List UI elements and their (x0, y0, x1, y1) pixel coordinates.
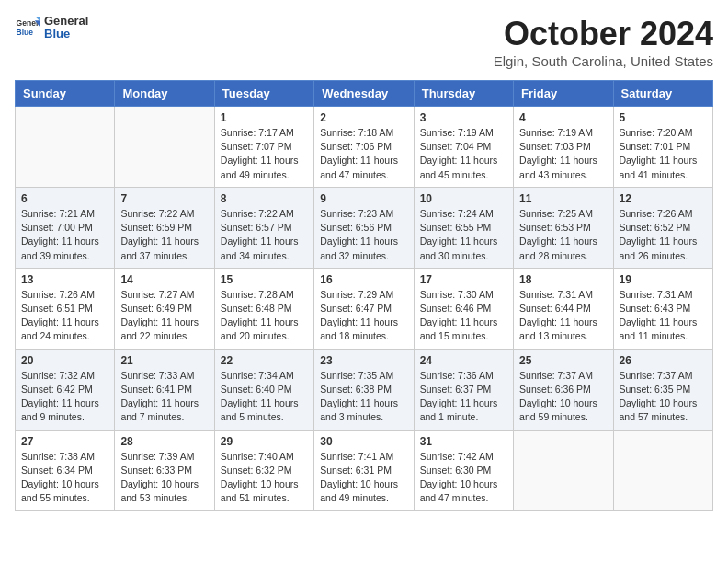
calendar-location: Elgin, South Carolina, United States (494, 53, 713, 69)
sunset-text: Sunset: 6:37 PM (420, 384, 492, 395)
title-block: October 2024 Elgin, South Carolina, Unit… (494, 15, 713, 69)
sunrise-text: Sunrise: 7:28 AM (221, 289, 294, 300)
day-number: 15 (221, 273, 308, 286)
daylight-text: Daylight: 10 hours and 53 minutes. (120, 478, 199, 503)
day-info: Sunrise: 7:35 AMSunset: 6:38 PMDaylight:… (320, 369, 407, 425)
daylight-text: Daylight: 11 hours and 49 minutes. (221, 155, 299, 179)
calendar-cell-w2-d5: 10Sunrise: 7:24 AMSunset: 6:55 PMDayligh… (414, 187, 513, 268)
sunrise-text: Sunrise: 7:37 AM (519, 370, 593, 381)
day-info: Sunrise: 7:22 AMSunset: 6:59 PMDaylight:… (120, 207, 208, 263)
day-number: 22 (221, 354, 308, 367)
day-info: Sunrise: 7:19 AMSunset: 7:03 PMDaylight:… (519, 126, 607, 182)
day-info: Sunrise: 7:36 AMSunset: 6:37 PMDaylight:… (420, 369, 507, 425)
sunrise-text: Sunrise: 7:26 AM (21, 289, 95, 300)
day-number: 21 (120, 354, 208, 367)
day-info: Sunrise: 7:37 AMSunset: 6:35 PMDaylight:… (620, 369, 707, 425)
day-info: Sunrise: 7:31 AMSunset: 6:43 PMDaylight:… (620, 288, 707, 344)
daylight-text: Daylight: 11 hours and 18 minutes. (320, 316, 398, 341)
calendar-cell-w1-d4: 2Sunrise: 7:18 AMSunset: 7:06 PMDaylight… (314, 107, 414, 188)
calendar-cell-w3-d3: 15Sunrise: 7:28 AMSunset: 6:48 PMDayligh… (214, 268, 313, 349)
day-number: 12 (620, 192, 707, 205)
sunrise-text: Sunrise: 7:22 AM (221, 208, 294, 219)
logo-text: General Blue (44, 15, 88, 41)
sunset-text: Sunset: 6:31 PM (320, 465, 392, 476)
sunset-text: Sunset: 6:57 PM (221, 222, 292, 233)
sunset-text: Sunset: 6:49 PM (120, 303, 192, 314)
sunset-text: Sunset: 6:30 PM (420, 465, 492, 476)
day-number: 14 (120, 273, 208, 286)
sunrise-text: Sunrise: 7:35 AM (320, 370, 393, 381)
calendar-cell-w2-d4: 9Sunrise: 7:23 AMSunset: 6:56 PMDaylight… (314, 187, 414, 268)
calendar-week-4: 20Sunrise: 7:32 AMSunset: 6:42 PMDayligh… (16, 349, 713, 430)
sunrise-text: Sunrise: 7:27 AM (120, 289, 194, 300)
calendar-cell-w4-d7: 26Sunrise: 7:37 AMSunset: 6:35 PMDayligh… (613, 349, 712, 430)
sunrise-text: Sunrise: 7:19 AM (519, 127, 593, 138)
daylight-text: Daylight: 11 hours and 9 minutes. (21, 397, 99, 422)
sunrise-text: Sunrise: 7:34 AM (221, 370, 294, 381)
calendar-week-3: 13Sunrise: 7:26 AMSunset: 6:51 PMDayligh… (16, 268, 713, 349)
day-number: 9 (320, 192, 407, 205)
calendar-cell-w5-d5: 31Sunrise: 7:42 AMSunset: 6:30 PMDayligh… (414, 430, 513, 511)
sunrise-text: Sunrise: 7:41 AM (320, 451, 393, 462)
day-info: Sunrise: 7:31 AMSunset: 6:44 PMDaylight:… (519, 288, 607, 344)
calendar-header-row: Sunday Monday Tuesday Wednesday Thursday… (16, 81, 713, 107)
calendar-week-2: 6Sunrise: 7:21 AMSunset: 7:00 PMDaylight… (16, 187, 713, 268)
sunset-text: Sunset: 7:00 PM (21, 222, 93, 233)
sunset-text: Sunset: 6:33 PM (120, 465, 192, 476)
day-number: 1 (221, 111, 308, 124)
sunset-text: Sunset: 6:59 PM (120, 222, 192, 233)
sunrise-text: Sunrise: 7:37 AM (620, 370, 693, 381)
col-tuesday: Tuesday (214, 81, 313, 107)
sunset-text: Sunset: 7:03 PM (519, 141, 591, 152)
day-info: Sunrise: 7:25 AMSunset: 6:53 PMDaylight:… (519, 207, 607, 263)
day-number: 11 (519, 192, 607, 205)
day-number: 8 (221, 192, 308, 205)
calendar-cell-w1-d3: 1Sunrise: 7:17 AMSunset: 7:07 PMDaylight… (214, 107, 313, 188)
calendar-cell-w1-d7: 5Sunrise: 7:20 AMSunset: 7:01 PMDaylight… (613, 107, 712, 188)
day-info: Sunrise: 7:41 AMSunset: 6:31 PMDaylight:… (320, 450, 407, 506)
logo: General Blue General Blue (15, 15, 88, 41)
daylight-text: Daylight: 11 hours and 3 minutes. (320, 397, 398, 422)
sunset-text: Sunset: 6:35 PM (620, 384, 691, 395)
day-number: 28 (120, 435, 208, 448)
daylight-text: Daylight: 11 hours and 37 minutes. (120, 236, 199, 260)
calendar-cell-w5-d6 (514, 430, 613, 511)
calendar-cell-w2-d1: 6Sunrise: 7:21 AMSunset: 7:00 PMDaylight… (16, 187, 115, 268)
day-number: 25 (519, 354, 607, 367)
calendar-cell-w5-d3: 29Sunrise: 7:40 AMSunset: 6:32 PMDayligh… (214, 430, 313, 511)
day-info: Sunrise: 7:29 AMSunset: 6:47 PMDaylight:… (320, 288, 407, 344)
daylight-text: Daylight: 11 hours and 43 minutes. (519, 155, 597, 179)
day-number: 10 (420, 192, 507, 205)
daylight-text: Daylight: 11 hours and 30 minutes. (420, 236, 498, 260)
sunset-text: Sunset: 6:56 PM (320, 222, 392, 233)
day-number: 29 (221, 435, 308, 448)
daylight-text: Daylight: 11 hours and 7 minutes. (120, 397, 199, 422)
day-number: 2 (320, 111, 407, 124)
day-number: 26 (620, 354, 707, 367)
day-number: 6 (21, 192, 108, 205)
day-number: 23 (320, 354, 407, 367)
sunrise-text: Sunrise: 7:17 AM (221, 127, 294, 138)
calendar-cell-w5-d4: 30Sunrise: 7:41 AMSunset: 6:31 PMDayligh… (314, 430, 414, 511)
sunrise-text: Sunrise: 7:42 AM (420, 451, 494, 462)
calendar-cell-w3-d2: 14Sunrise: 7:27 AMSunset: 6:49 PMDayligh… (115, 268, 214, 349)
sunrise-text: Sunrise: 7:18 AM (320, 127, 393, 138)
sunrise-text: Sunrise: 7:25 AM (519, 208, 593, 219)
logo-general-text: General (44, 15, 88, 28)
daylight-text: Daylight: 11 hours and 26 minutes. (620, 236, 698, 260)
sunrise-text: Sunrise: 7:33 AM (120, 370, 194, 381)
col-thursday: Thursday (414, 81, 513, 107)
daylight-text: Daylight: 11 hours and 45 minutes. (420, 155, 498, 179)
sunset-text: Sunset: 6:41 PM (120, 384, 192, 395)
daylight-text: Daylight: 11 hours and 47 minutes. (320, 155, 398, 179)
logo-icon: General Blue (15, 15, 40, 40)
sunrise-text: Sunrise: 7:38 AM (21, 451, 95, 462)
sunrise-text: Sunrise: 7:29 AM (320, 289, 393, 300)
sunset-text: Sunset: 6:43 PM (620, 303, 691, 314)
calendar-cell-w2-d7: 12Sunrise: 7:26 AMSunset: 6:52 PMDayligh… (613, 187, 712, 268)
day-number: 20 (21, 354, 108, 367)
calendar-cell-w5-d2: 28Sunrise: 7:39 AMSunset: 6:33 PMDayligh… (115, 430, 214, 511)
sunrise-text: Sunrise: 7:31 AM (620, 289, 693, 300)
daylight-text: Daylight: 10 hours and 49 minutes. (320, 478, 398, 503)
calendar-week-1: 1Sunrise: 7:17 AMSunset: 7:07 PMDaylight… (16, 107, 713, 188)
